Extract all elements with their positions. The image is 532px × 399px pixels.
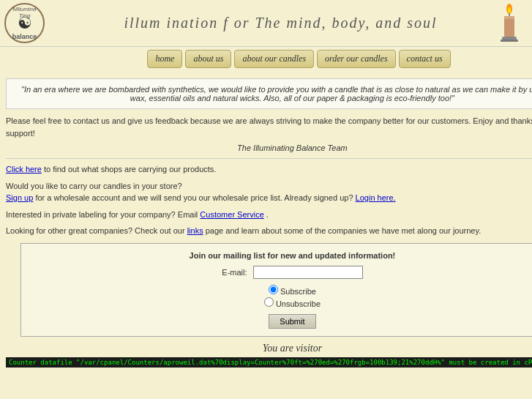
visitor-text: You are visitor	[6, 343, 532, 354]
team-signature: The Illuminating Balance Team	[6, 143, 532, 152]
svg-point-1	[508, 7, 511, 13]
email-input[interactable]	[253, 266, 363, 279]
svg-rect-3	[504, 16, 514, 37]
header-title: illum ination f or The mind, body, and s…	[70, 15, 491, 31]
body-text: Please feel free to contact us and give …	[6, 115, 532, 139]
submit-button[interactable]: Submit	[269, 314, 315, 329]
left-column: "In an era where we are bombarded with s…	[6, 78, 532, 368]
subscribe-row: Subscribe	[29, 285, 532, 296]
email-label: E-mail:	[222, 268, 247, 277]
quote-box: "In an era where we are bombarded with s…	[6, 78, 532, 109]
logo-text-top: Mllumina Ting	[7, 6, 42, 19]
customer-service-link[interactable]: Customer Service	[200, 210, 263, 219]
shops-text: to find out what shops are carrying our …	[44, 165, 216, 174]
nav-about-candles[interactable]: about our candles	[234, 50, 314, 68]
logo-text-bottom: balance	[7, 33, 42, 40]
nav-about-us[interactable]: about us	[185, 50, 231, 68]
login-here-link[interactable]: Login here.	[356, 193, 396, 202]
counter-error-bar: Counter datafile "/var/cpanel/Counters/a…	[6, 357, 532, 368]
main-content: "In an era where we are bombarded with s…	[0, 72, 532, 373]
shops-para: Click here to find out what shops are ca…	[6, 163, 532, 176]
navigation-bar: home about us about our candles order ou…	[0, 47, 532, 72]
unsubscribe-row: Unsubscribe	[29, 297, 532, 308]
click-here-link[interactable]: Click here	[6, 165, 42, 174]
nav-contact-us[interactable]: contact us	[399, 50, 451, 68]
wholesale-para: Would you like to carry our candles in y…	[6, 180, 532, 204]
candle-icon	[491, 3, 528, 43]
private-label-para: Interested in private labeling for your …	[6, 209, 532, 221]
wholesale-text2: for a wholesale account and we will send…	[35, 193, 355, 202]
logo-area: Mllumina Ting ☯ balance	[4, 3, 70, 43]
counter-error-text: Counter datafile "/var/cpanel/Counters/a…	[9, 359, 532, 366]
private-label-text: Interested in private labeling for your …	[6, 210, 200, 219]
svg-rect-4	[504, 16, 514, 19]
subscribe-radio[interactable]	[269, 285, 278, 294]
logo-circle: Mllumina Ting ☯ balance	[4, 3, 45, 43]
sign-up-link[interactable]: Sign up	[6, 193, 33, 202]
email-row: E-mail:	[29, 266, 532, 279]
wholesale-text1: Would you like to carry our candles in y…	[6, 182, 182, 190]
svg-rect-5	[506, 19, 508, 23]
unsubscribe-label: Unsubscribe	[276, 299, 321, 308]
mailing-title: Join our mailing list for new and update…	[29, 251, 532, 260]
links-link[interactable]: links	[187, 226, 203, 235]
mailing-list-box: Join our mailing list for new and update…	[20, 243, 532, 337]
svg-rect-7	[501, 40, 518, 42]
divider	[6, 158, 532, 159]
links-text1: Looking for other great companies? Check…	[6, 226, 187, 235]
nav-order-candles[interactable]: order our candles	[317, 50, 396, 68]
links-text2: page and learn about some of the compani…	[206, 226, 481, 235]
unsubscribe-radio[interactable]	[264, 297, 274, 307]
page-header: Mllumina Ting ☯ balance illum ination f …	[0, 0, 532, 47]
nav-home[interactable]: home	[147, 50, 182, 68]
private-label-text2: .	[266, 210, 269, 219]
subscribe-label: Subscribe	[280, 287, 316, 296]
quote-text: "In an era where we are bombarded with s…	[21, 85, 532, 102]
radio-group: Subscribe Unsubscribe	[29, 285, 532, 308]
links-para: Looking for other great companies? Check…	[6, 225, 532, 237]
